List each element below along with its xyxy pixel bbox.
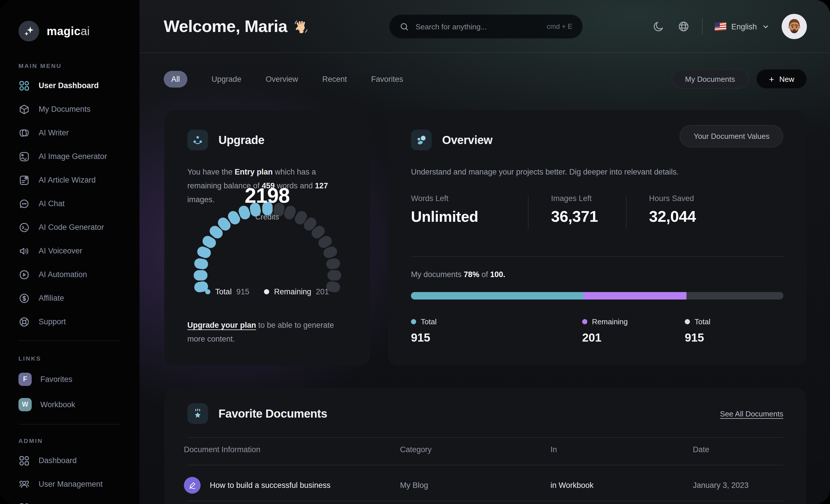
code-icon bbox=[19, 222, 30, 233]
tab-overview[interactable]: Overview bbox=[266, 75, 298, 83]
documents-progress-label: My documents 78% of 100. bbox=[411, 270, 505, 279]
legend-total: Total 915 bbox=[205, 288, 249, 296]
stat-words-left: Words Left Unlimited bbox=[411, 194, 528, 229]
gear-play-icon bbox=[19, 269, 30, 280]
gauge-dot bbox=[325, 258, 341, 270]
sidebar-item-support[interactable]: Support bbox=[19, 310, 139, 334]
chevron-down-icon bbox=[762, 23, 769, 30]
waving-hand-icon bbox=[294, 19, 309, 34]
search-icon bbox=[400, 22, 409, 31]
new-button[interactable]: + New bbox=[756, 69, 807, 89]
overview-stats: Words Left Unlimited Images Left 36,371 … bbox=[411, 194, 783, 229]
brand-name: magicai bbox=[47, 25, 90, 38]
overview-card-title: Overview bbox=[442, 133, 492, 146]
legend-dot bbox=[411, 319, 416, 324]
sidebar-item-user-dashboard[interactable]: User Dashboard bbox=[19, 74, 139, 97]
speaker-icon bbox=[19, 245, 30, 257]
moon-icon[interactable] bbox=[652, 20, 665, 33]
writer-icon bbox=[19, 127, 30, 138]
plus-icon: + bbox=[769, 74, 774, 84]
documents-table-header: Document Information Category In Date bbox=[184, 445, 787, 454]
gauge-dot bbox=[193, 270, 207, 280]
overview-card: Overview Your Document Values Understand… bbox=[388, 110, 806, 366]
globe-icon[interactable] bbox=[677, 20, 690, 33]
sidebar-divider bbox=[19, 424, 120, 425]
upgrade-plan-note: Upgrade your plan to be able to generate… bbox=[187, 318, 350, 346]
sidebar-item-ai-voiceover[interactable]: AI Voiceover bbox=[19, 239, 139, 263]
tab-recent[interactable]: Recent bbox=[322, 75, 347, 83]
document-category: My Blog bbox=[400, 481, 550, 490]
workbook-badge: W bbox=[19, 398, 32, 411]
stat-images-left: Images Left 36,371 bbox=[529, 194, 626, 229]
credits-unit: Credits bbox=[164, 212, 370, 221]
sidebar-item-partial[interactable] bbox=[19, 496, 139, 504]
tab-favorites[interactable]: Favorites bbox=[371, 75, 403, 83]
my-documents-button[interactable]: My Documents bbox=[671, 69, 749, 89]
progress-segment bbox=[583, 292, 687, 300]
language-selector[interactable]: English bbox=[714, 22, 769, 31]
topbar-divider bbox=[702, 19, 702, 35]
dots-cluster-icon bbox=[411, 130, 432, 150]
users-icon bbox=[19, 478, 30, 490]
sidebar-item-user-management[interactable]: User Management bbox=[19, 472, 139, 496]
document-title: How to build a successful business bbox=[210, 481, 330, 490]
sidebar-item-admin-dashboard[interactable]: Dashboard bbox=[19, 449, 139, 472]
legend-remaining: Remaining 201 bbox=[264, 288, 329, 296]
overview-legend: Total 915 Remaining 201 Total 915 bbox=[411, 317, 783, 344]
credits-legend: Total 915 Remaining 201 bbox=[164, 288, 370, 296]
sidebar-item-workbook[interactable]: W Workbook bbox=[19, 392, 139, 417]
sidebar-item-ai-image-generator[interactable]: AI Image Generator bbox=[19, 144, 139, 168]
credits-gauge-center: 2198 Credits bbox=[164, 184, 370, 221]
sidebar-item-ai-writer[interactable]: AI Writer bbox=[19, 121, 139, 144]
dashboard-grid-icon bbox=[19, 80, 30, 91]
legend-remaining: Remaining 201 bbox=[582, 317, 685, 344]
article-icon bbox=[19, 174, 30, 186]
section-label-admin: ADMIN bbox=[19, 437, 139, 444]
table-divider bbox=[187, 465, 783, 465]
box-icon bbox=[19, 103, 30, 115]
search-input[interactable]: Search for anything... cmd + E bbox=[389, 14, 583, 39]
sidebar-item-favorites[interactable]: F Favorites bbox=[19, 366, 139, 392]
sidebar-item-affiliate[interactable]: Affiliate bbox=[19, 286, 139, 310]
section-label-main-menu: MAIN MENU bbox=[19, 62, 139, 69]
section-label-links: LINKS bbox=[19, 355, 139, 362]
sidebar-item-ai-article-wizard[interactable]: AI Article Wizard bbox=[19, 168, 139, 192]
main-area: Welcome, Maria bbox=[139, 0, 830, 504]
sidebar-divider bbox=[19, 340, 120, 341]
avatar[interactable] bbox=[781, 14, 807, 39]
legend-total-2: Total 915 bbox=[685, 317, 710, 344]
see-all-documents-link[interactable]: See All Documents bbox=[720, 409, 783, 418]
overview-divider bbox=[411, 256, 783, 257]
sparkle-logo-icon bbox=[19, 21, 39, 41]
legend-dot bbox=[205, 289, 211, 294]
favorites-badge: F bbox=[19, 372, 32, 385]
main-menu: User Dashboard My Documents AI Writer AI… bbox=[19, 74, 139, 334]
upgrade-card-title: Upgrade bbox=[219, 133, 264, 146]
topbar: Welcome, Maria bbox=[139, 0, 830, 53]
sidebar: magicai MAIN MENU User Dashboard My Docu… bbox=[0, 0, 139, 504]
documents-progress-bar bbox=[411, 292, 783, 300]
upgrade-plan-link[interactable]: Upgrade your plan bbox=[187, 321, 256, 330]
topbar-actions: English bbox=[652, 0, 807, 53]
sidebar-item-ai-automation[interactable]: AI Automation bbox=[19, 263, 139, 286]
legend-total: Total 915 bbox=[411, 317, 582, 344]
legend-dot bbox=[685, 319, 690, 324]
page-title: Welcome, Maria bbox=[164, 17, 309, 36]
overview-description: Understand and manage your projects bett… bbox=[411, 165, 682, 179]
tab-all[interactable]: All bbox=[164, 71, 187, 87]
table-row[interactable]: How to build a successful business My Bl… bbox=[184, 470, 787, 501]
sidebar-item-ai-code-generator[interactable]: AI Code Generator bbox=[19, 215, 139, 239]
brand-logo[interactable]: magicai bbox=[19, 21, 139, 41]
sidebar-item-ai-chat[interactable]: AI Chat bbox=[19, 192, 139, 215]
sidebar-item-my-documents[interactable]: My Documents bbox=[19, 97, 139, 121]
language-label: English bbox=[731, 22, 757, 31]
legend-dot bbox=[582, 319, 587, 324]
tab-upgrade[interactable]: Upgrade bbox=[212, 75, 242, 83]
document-values-button[interactable]: Your Document Values bbox=[680, 125, 783, 147]
panel-divider bbox=[187, 437, 783, 438]
links-menu: F Favorites W Workbook bbox=[19, 366, 139, 417]
gauge-dot bbox=[194, 258, 209, 270]
gauge-dot bbox=[327, 270, 341, 280]
progress-segment bbox=[411, 292, 583, 300]
dollar-icon bbox=[19, 292, 30, 304]
